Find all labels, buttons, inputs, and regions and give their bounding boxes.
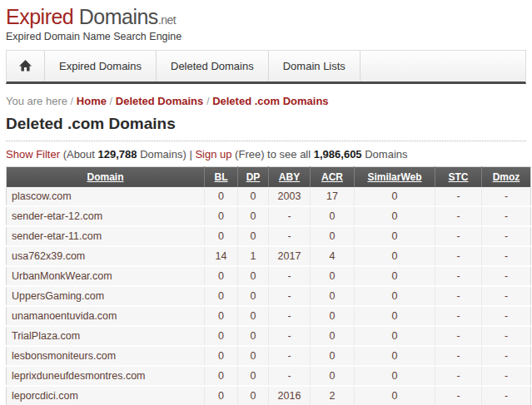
table-row: lesbonsmoniteurs.com 0 0 - 0 0 - - <box>7 346 531 366</box>
aby-cell: - <box>269 266 311 286</box>
home-icon <box>19 60 32 72</box>
acr-cell: 0 <box>311 286 355 306</box>
column-header-similarweb[interactable]: SimilarWeb <box>355 166 435 187</box>
aby-cell: - <box>269 326 311 346</box>
similarweb-cell: 0 <box>355 206 435 226</box>
filter-about-suffix: Domains) | <box>137 148 196 161</box>
dmoz-cell: - <box>482 266 531 286</box>
similarweb-cell: 0 <box>355 326 435 346</box>
similarweb-cell: 0 <box>355 266 435 286</box>
domain-link[interactable]: sender-etar-11.com <box>12 230 102 242</box>
nav-spacer <box>360 51 525 81</box>
similarweb-cell: 0 <box>355 226 435 246</box>
breadcrumb-link-deleted-domains[interactable]: Deleted Domains <box>116 95 203 107</box>
stc-cell: - <box>435 366 482 386</box>
domain-link[interactable]: leporcdici.com <box>12 390 78 402</box>
acr-cell: 0 <box>311 326 355 346</box>
stc-cell: - <box>435 306 482 326</box>
column-header-bl[interactable]: BL <box>205 166 238 187</box>
column-header-aby[interactable]: ABY <box>269 166 311 187</box>
dmoz-cell: - <box>482 226 531 246</box>
dmoz-cell: - <box>482 286 531 306</box>
breadcrumb-separator: / <box>67 95 77 107</box>
acr-cell: 0 <box>311 366 355 386</box>
bl-cell: 0 <box>205 286 238 306</box>
logo-primary: Expired <box>6 5 73 28</box>
column-header-dp[interactable]: DP <box>238 166 269 187</box>
aby-cell: - <box>269 306 311 326</box>
table-row: sender-etar-11.com 0 0 - 0 0 - - <box>7 226 531 246</box>
stc-cell: - <box>435 206 482 226</box>
domain-cell: UppersGaming.com <box>7 286 205 306</box>
domain-cell: leprixduneufdesmontres.com <box>7 366 205 386</box>
filter-bar: Show Filter (About 129,788 Domains) | Si… <box>6 148 526 161</box>
domain-link[interactable]: UrbanMonkWear.com <box>12 270 112 282</box>
signup-suffix-text: Domains <box>362 148 408 161</box>
nav-tab-home[interactable] <box>7 51 45 81</box>
bl-cell: 0 <box>205 226 238 246</box>
domain-link[interactable]: TrialPlaza.com <box>12 330 80 342</box>
dp-cell: 0 <box>238 366 269 386</box>
table-row: unamanoentuvida.com 0 0 - 0 0 - - <box>7 306 531 326</box>
dp-cell: 0 <box>238 206 269 226</box>
acr-cell: 0 <box>311 226 355 246</box>
stc-cell: - <box>435 346 482 366</box>
acr-cell: 2 <box>311 386 355 405</box>
dp-cell: 0 <box>238 226 269 246</box>
dmoz-cell: - <box>482 326 531 346</box>
nav-tab-domain-lists[interactable]: Domain Lists <box>269 51 360 81</box>
domain-link[interactable]: sender-etar-12.com <box>12 210 102 222</box>
domain-link[interactable]: UppersGaming.com <box>12 290 104 302</box>
dp-cell: 0 <box>238 346 269 366</box>
breadcrumb: You are here / Home / Deleted Domains / … <box>6 95 526 107</box>
header-row: Domain BL DP ABY ACR SimilarWeb STC Dmoz <box>7 166 531 187</box>
dp-cell: 0 <box>238 187 269 206</box>
column-header-dmoz[interactable]: Dmoz <box>482 166 531 187</box>
nav-tab-deleted-domains[interactable]: Deleted Domains <box>157 51 269 81</box>
breadcrumb-separator: / <box>107 95 116 107</box>
nav-tab-label: Domain Lists <box>283 60 346 72</box>
domain-cell: unamanoentuvida.com <box>7 306 205 326</box>
domain-link[interactable]: unamanoentuvida.com <box>12 310 117 322</box>
stc-cell: - <box>435 266 482 286</box>
site-header: Expired Domains.net Expired Domain Name … <box>0 0 532 42</box>
domain-table-body: plascow.com 0 0 2003 17 0 - - sender-eta… <box>7 187 531 405</box>
breadcrumb-separator: / <box>203 95 212 107</box>
breadcrumb-link-home[interactable]: Home <box>77 95 107 107</box>
domain-cell: leporcdici.com <box>7 386 205 405</box>
domain-cell: sender-etar-12.com <box>7 206 205 226</box>
show-filter-link[interactable]: Show Filter <box>6 148 60 161</box>
site-tagline: Expired Domain Name Search Engine <box>6 31 526 42</box>
nav-tab-label: Expired Domains <box>59 60 142 72</box>
domain-link[interactable]: usa762x39.com <box>12 250 85 262</box>
breadcrumb-link-deleted-com-domains[interactable]: Deleted .com Domains <box>212 95 328 107</box>
column-header-domain[interactable]: Domain <box>7 166 205 187</box>
bl-cell: 14 <box>205 246 238 266</box>
domain-link[interactable]: plascow.com <box>12 190 72 202</box>
site-logo[interactable]: Expired Domains.net <box>6 6 526 29</box>
filter-about-prefix: (About <box>60 148 98 161</box>
aby-cell: - <box>269 226 311 246</box>
similarweb-cell: 0 <box>355 386 435 405</box>
domain-link[interactable]: leprixduneufdesmontres.com <box>12 370 146 382</box>
nav-tab-label: Deleted Domains <box>171 60 254 72</box>
dp-cell: 0 <box>238 306 269 326</box>
page-title: Deleted .com Domains <box>6 115 526 141</box>
nav-tab-expired-domains[interactable]: Expired Domains <box>45 51 157 81</box>
dp-cell: 0 <box>238 386 269 405</box>
column-header-acr[interactable]: ACR <box>311 166 355 187</box>
dmoz-cell: - <box>482 386 531 405</box>
domain-link[interactable]: lesbonsmoniteurs.com <box>12 350 116 362</box>
table-row: TrialPlaza.com 0 0 - 0 0 - - <box>7 326 531 346</box>
table-row: leprixduneufdesmontres.com 0 0 - 0 0 - - <box>7 366 531 386</box>
table-row: plascow.com 0 0 2003 17 0 - - <box>7 187 531 206</box>
sign-up-link[interactable]: Sign up <box>195 148 231 161</box>
acr-cell: 0 <box>311 266 355 286</box>
aby-cell: 2003 <box>269 187 311 206</box>
dp-cell: 1 <box>238 246 269 266</box>
domain-cell: UrbanMonkWear.com <box>7 266 205 286</box>
filtered-domain-count: 129,788 <box>98 148 137 161</box>
dmoz-cell: - <box>482 346 531 366</box>
column-header-stc[interactable]: STC <box>435 166 482 187</box>
dmoz-cell: - <box>482 366 531 386</box>
